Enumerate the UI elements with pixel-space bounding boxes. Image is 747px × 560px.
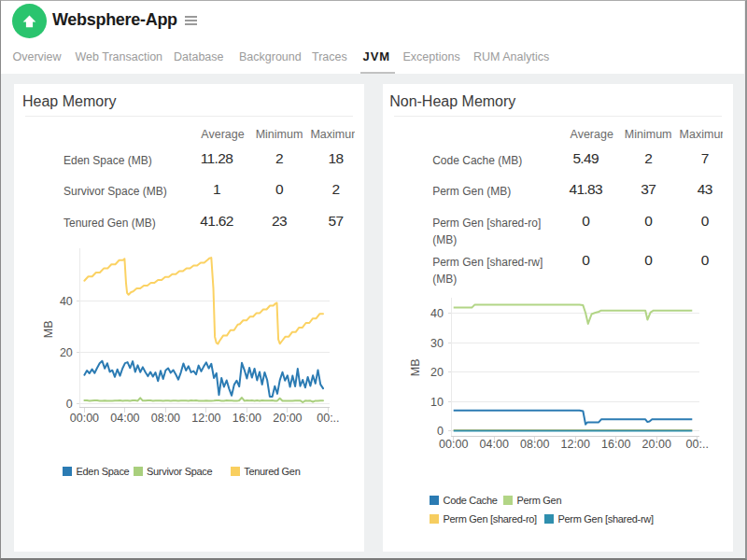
svg-text:16:00: 16:00 bbox=[601, 438, 630, 451]
svg-text:12:00: 12:00 bbox=[191, 412, 220, 425]
svg-text:40: 40 bbox=[59, 294, 72, 307]
svg-text:10: 10 bbox=[430, 395, 444, 408]
svg-text:30: 30 bbox=[430, 336, 444, 349]
svg-text:20:00: 20:00 bbox=[641, 438, 670, 451]
svg-text:08:00: 08:00 bbox=[150, 412, 179, 425]
svg-text:0: 0 bbox=[65, 397, 72, 410]
svg-text:MB: MB bbox=[409, 358, 422, 376]
svg-text:20: 20 bbox=[430, 366, 444, 379]
svg-text:20:00: 20:00 bbox=[273, 412, 302, 425]
svg-text:04:00: 04:00 bbox=[110, 412, 139, 425]
svg-text:08:00: 08:00 bbox=[520, 438, 549, 451]
svg-text:00:..: 00:.. bbox=[685, 438, 708, 451]
svg-text:04:00: 04:00 bbox=[479, 438, 508, 451]
svg-text:00:..: 00:.. bbox=[317, 412, 339, 425]
svg-text:20: 20 bbox=[59, 345, 72, 358]
svg-text:12:00: 12:00 bbox=[560, 438, 589, 451]
svg-text:MB: MB bbox=[41, 320, 54, 338]
svg-text:40: 40 bbox=[430, 307, 444, 320]
svg-text:00:00: 00:00 bbox=[69, 412, 98, 425]
svg-text:0: 0 bbox=[437, 425, 444, 438]
svg-text:00:00: 00:00 bbox=[439, 438, 468, 451]
svg-text:16:00: 16:00 bbox=[232, 412, 261, 425]
